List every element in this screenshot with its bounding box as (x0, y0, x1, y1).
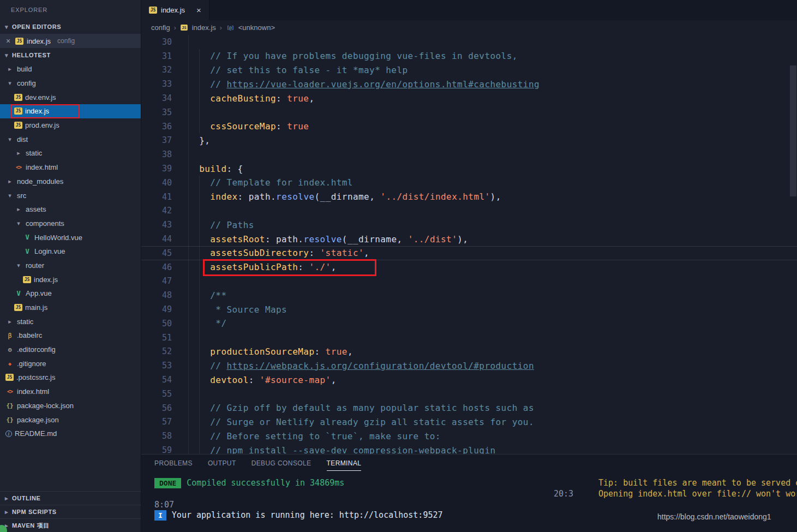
code-token: : (238, 192, 249, 202)
code-line-40[interactable]: 40 // Template for index.html (141, 176, 797, 190)
code-line-33[interactable]: 33 // https://vue-loader.vuejs.org/en/op… (141, 77, 797, 91)
code-token: productionSourceMap (210, 346, 314, 357)
tree-file-package-lock-json[interactable]: {}package-lock.json (0, 399, 141, 413)
tab-index-js[interactable]: JS index.js × (141, 0, 209, 20)
code-line-49[interactable]: 49 * Source Maps (141, 302, 797, 316)
code-line-43[interactable]: 43 // Paths (141, 218, 797, 232)
code-text: // Paths (188, 220, 797, 230)
code-line-41[interactable]: 41 index: path.resolve(__dirname, '../di… (141, 190, 797, 204)
tree-folder-router[interactable]: ▾router (0, 259, 141, 273)
code-editor[interactable]: 3031 // If you have problems debugging v… (141, 35, 797, 454)
code-text: // Surge or Netlify already gzip all sta… (188, 417, 797, 427)
panel-tab-terminal[interactable]: TERMINAL (327, 459, 362, 471)
terminal[interactable]: DONE Compiled successfully in 34869ms 20… (141, 471, 797, 532)
breadcrumb-item-index-js[interactable]: index.js (192, 23, 216, 32)
code-line-32[interactable]: 32 // set this to false - it *may* help (141, 63, 797, 77)
outline-section-header[interactable]: ▸ OUTLINE (0, 491, 141, 505)
terminal-prompt[interactable]: D:\workspace\Vue-workspace\HelloTest> (592, 521, 797, 532)
tree-file-index-html[interactable]: <>index.html (0, 385, 141, 399)
code-line-55[interactable]: 55 (141, 387, 797, 401)
tree-folder-assets[interactable]: ▸assets (0, 202, 141, 217)
maven-section-header[interactable]: ▸ MAVEN 项目 (0, 518, 141, 532)
code-line-53[interactable]: 53 // https://webpack.js.org/configurati… (141, 358, 797, 373)
code-line-34[interactable]: 34 cacheBusting: true, (141, 91, 797, 105)
code-text: // npm install --save-dev compression-we… (188, 445, 797, 455)
tree-folder-static[interactable]: ▸static (0, 146, 141, 160)
tree-folder-config[interactable]: ▾config (0, 76, 141, 91)
code-line-45[interactable]: 45 assetsSubDirectory: 'static', (141, 246, 797, 260)
tree-file-prod-env-js[interactable]: JSprod.env.js (0, 118, 141, 133)
code-token: // If you have problems debugging vue-fi… (188, 51, 518, 61)
code-token (188, 445, 210, 455)
code-line-38[interactable]: 38 (141, 147, 797, 162)
close-icon[interactable]: × (4, 37, 12, 45)
panel-tab-output[interactable]: OUTPUT (208, 459, 236, 471)
code-line-36[interactable]: 36 cssSourceMap: true (141, 119, 797, 134)
code-token: // Paths (210, 220, 254, 230)
js-file-icon: JS (15, 38, 23, 45)
code-line-56[interactable]: 56 // Gzip off by default as many popula… (141, 401, 797, 415)
code-line-31[interactable]: 31 // If you have problems debugging vue… (141, 49, 797, 63)
line-number: 32 (141, 65, 188, 75)
tree-folder-node-modules[interactable]: ▸node_modules (0, 175, 141, 189)
tree-file-readme-md[interactable]: iREADME.md (0, 427, 141, 441)
line-number: 58 (141, 431, 188, 441)
tree-file-login-vue[interactable]: VLogin.vue (0, 244, 141, 259)
panel-tab-problems[interactable]: PROBLEMS (154, 459, 193, 471)
code-line-48[interactable]: 48 /** (141, 288, 797, 302)
breadcrumb-item-unknown[interactable]: <unknown> (238, 23, 275, 32)
line-number: 34 (141, 93, 188, 103)
close-icon[interactable]: × (196, 5, 201, 15)
tree-file-helloworld-vue[interactable]: VHelloWorld.vue (0, 230, 141, 244)
tree-file-dev-env-js[interactable]: JSdev.env.js (0, 90, 141, 104)
tree-item-label: .postcssrc.js (16, 373, 56, 381)
breadcrumb-item-config[interactable]: config (151, 23, 170, 32)
tree-folder-src[interactable]: ▾src (0, 188, 141, 202)
tree-file-editorconfig[interactable]: ⚙.editorconfig (0, 343, 141, 357)
tree-file-package-json[interactable]: {}package.json (0, 413, 141, 427)
code-line-46[interactable]: 46 assetsPublicPath: './', (141, 260, 797, 274)
tree-file-index-html[interactable]: <>index.html (0, 160, 141, 175)
tree-folder-build[interactable]: ▸build (0, 62, 141, 76)
scrollbar-thumb[interactable] (790, 65, 796, 196)
code-line-39[interactable]: 39 build: { (141, 162, 797, 176)
code-token: : (276, 121, 287, 131)
code-text: assetsSubDirectory: 'static', (188, 248, 797, 258)
code-line-58[interactable]: 58 // Before setting to `true`, make sur… (141, 429, 797, 443)
code-line-30[interactable]: 30 (141, 35, 797, 49)
tree-folder-dist[interactable]: ▾dist (0, 132, 141, 146)
line-number: 31 (141, 51, 188, 61)
code-line-50[interactable]: 50 */ (141, 316, 797, 331)
code-line-37[interactable]: 37 }, (141, 134, 797, 148)
code-line-59[interactable]: 59 // npm install --save-dev compression… (141, 443, 797, 454)
open-editors-header[interactable]: ▾ OPEN EDITORS (0, 20, 141, 34)
tree-item-label: .editorconfig (17, 345, 56, 354)
tree-folder-components[interactable]: ▾components (0, 217, 141, 231)
tree-file-gitignore[interactable]: ◆.gitignore (0, 356, 141, 370)
open-editor-item[interactable]: × JS index.js config (0, 34, 141, 48)
tree-item-label: index.html (26, 163, 58, 171)
explorer-title: EXPLORER (0, 0, 141, 20)
project-section-header[interactable]: ▾ HELLOTEST (0, 48, 141, 62)
tree-file-main-js[interactable]: JSmain.js (0, 301, 141, 315)
js-icon: JS (23, 276, 31, 283)
tree-file-app-vue[interactable]: VApp.vue (0, 286, 141, 301)
code-token: , (331, 375, 337, 385)
tree-file-postcssrc-js[interactable]: JS.postcssrc.js (0, 370, 141, 385)
code-line-42[interactable]: 42 (141, 204, 797, 218)
tree-folder-static[interactable]: ▸static (0, 314, 141, 328)
tree-file-index-js[interactable]: JSindex.js (0, 104, 141, 118)
code-line-35[interactable]: 35 (141, 105, 797, 119)
code-line-44[interactable]: 44 assetsRoot: path.resolve(__dirname, '… (141, 232, 797, 246)
tree-file-babelrc[interactable]: β.babelrc (0, 328, 141, 343)
tree-file-index-js[interactable]: JSindex.js (0, 272, 141, 286)
code-line-57[interactable]: 57 // Surge or Netlify already gzip all … (141, 415, 797, 429)
chevron-right-icon: ▸ (5, 65, 14, 73)
code-line-51[interactable]: 51 (141, 331, 797, 345)
code-line-52[interactable]: 52 productionSourceMap: true, (141, 345, 797, 359)
editor-scrollbar[interactable] (789, 35, 797, 454)
panel-tab-debug-console[interactable]: DEBUG CONSOLE (251, 459, 311, 471)
code-line-47[interactable]: 47 (141, 274, 797, 289)
npm-scripts-section-header[interactable]: ▸ NPM SCRIPTS (0, 505, 141, 518)
code-line-54[interactable]: 54 devtool: '#source-map', (141, 373, 797, 387)
